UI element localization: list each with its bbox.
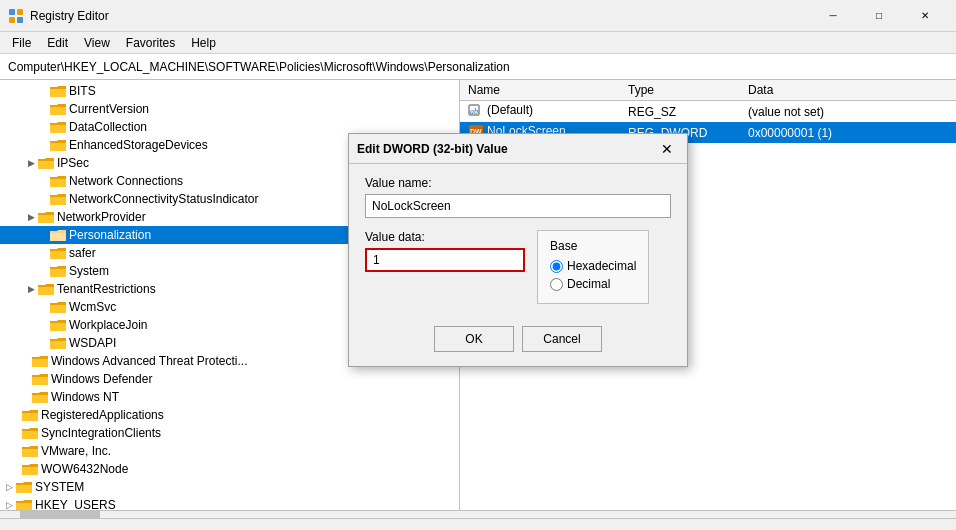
base-label: Base <box>550 239 636 253</box>
hexadecimal-radio[interactable] <box>550 260 563 273</box>
decimal-radio[interactable] <box>550 278 563 291</box>
hexadecimal-radio-label[interactable]: Hexadecimal <box>550 259 636 273</box>
dialog-overlay: Edit DWORD (32-bit) Value ✕ Value name: … <box>0 0 956 530</box>
dialog-title-bar: Edit DWORD (32-bit) Value ✕ <box>349 134 687 164</box>
value-data-label: Value data: <box>365 230 525 244</box>
base-group: Base Hexadecimal Decimal <box>537 230 649 304</box>
value-data-row: Value data: Base Hexadecimal Decimal <box>365 230 671 304</box>
dialog-body: Value name: Value data: Base Hexadecimal… <box>349 164 687 316</box>
edit-dword-dialog: Edit DWORD (32-bit) Value ✕ Value name: … <box>348 133 688 367</box>
value-data-input[interactable] <box>365 248 525 272</box>
hexadecimal-label: Hexadecimal <box>567 259 636 273</box>
decimal-label: Decimal <box>567 277 610 291</box>
dialog-close-button[interactable]: ✕ <box>655 137 679 161</box>
value-name-input[interactable] <box>365 194 671 218</box>
dialog-title: Edit DWORD (32-bit) Value <box>357 142 655 156</box>
value-name-label: Value name: <box>365 176 671 190</box>
cancel-button[interactable]: Cancel <box>522 326 602 352</box>
decimal-radio-label[interactable]: Decimal <box>550 277 636 291</box>
ok-button[interactable]: OK <box>434 326 514 352</box>
value-data-section: Value data: <box>365 230 525 272</box>
dialog-buttons: OK Cancel <box>349 316 687 366</box>
